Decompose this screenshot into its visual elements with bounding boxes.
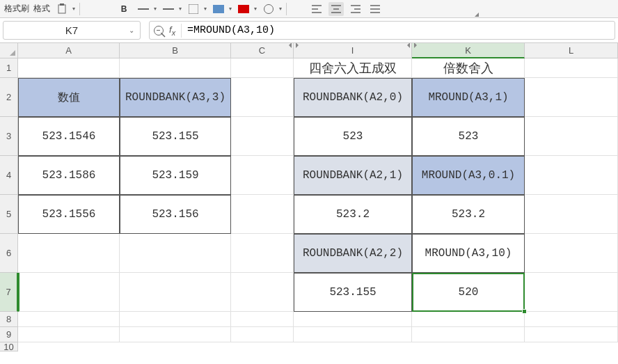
chevron-down-icon[interactable]: ▾	[179, 6, 182, 12]
cell-I5[interactable]: 523.2	[294, 195, 412, 234]
col-header-A[interactable]: A	[18, 43, 120, 58]
cell-K9[interactable]	[412, 327, 525, 342]
cell-A7[interactable]	[18, 273, 120, 312]
cell-K3[interactable]: 523	[412, 117, 525, 156]
row-header-4[interactable]: 4	[0, 156, 18, 195]
fill-color-icon[interactable]	[211, 2, 226, 16]
cell-I8[interactable]	[294, 312, 412, 327]
font-color-icon[interactable]	[236, 2, 251, 16]
cell-L3[interactable]	[525, 117, 618, 156]
selection-fill-handle[interactable]	[522, 309, 527, 314]
cell-K5[interactable]: 523.2	[412, 195, 525, 234]
select-all-corner[interactable]	[0, 43, 18, 58]
cell-C5[interactable]	[231, 195, 294, 234]
cell-K1[interactable]: 倍数舍入	[412, 58, 525, 78]
cell-L4[interactable]	[525, 156, 618, 195]
cell-I6[interactable]: ROUNDBANK(A2,2)	[294, 234, 412, 273]
col-header-K[interactable]: K	[412, 43, 525, 58]
cell-B1[interactable]	[120, 58, 231, 78]
align-justify-icon[interactable]	[367, 2, 383, 16]
fx-icon[interactable]: fx	[169, 24, 175, 37]
cell-I7[interactable]: 523.155	[294, 273, 412, 312]
cell-A4[interactable]: 523.1586	[18, 156, 120, 195]
chevron-down-icon[interactable]: ▾	[72, 6, 75, 12]
cell-L9[interactable]	[525, 327, 618, 342]
row-header-10[interactable]: 10	[0, 342, 18, 351]
align-right-icon[interactable]	[348, 2, 363, 16]
row-header-8[interactable]: 8	[0, 312, 18, 327]
cell-B6[interactable]	[120, 234, 231, 273]
chevron-down-icon[interactable]: ▾	[204, 6, 207, 12]
bold-icon[interactable]: B	[116, 2, 132, 16]
cell-B7[interactable]	[120, 273, 231, 312]
cell-K4[interactable]: MROUND(A3,0.1)	[412, 156, 525, 195]
expand-corner-icon[interactable]	[475, 13, 479, 17]
align-left-icon[interactable]	[309, 2, 324, 16]
cell-C7[interactable]	[231, 273, 294, 312]
cell-B5[interactable]: 523.156	[120, 195, 231, 234]
cell-C9[interactable]	[231, 327, 294, 342]
name-box[interactable]: K7 ⌄	[3, 21, 141, 40]
cell-A8[interactable]	[18, 312, 120, 327]
col-header-C[interactable]: C	[231, 43, 294, 58]
formula-bar[interactable]: fx =MROUND(A3,10)	[149, 21, 615, 40]
column-resize-handle-icon[interactable]	[289, 43, 299, 48]
zoom-out-icon[interactable]	[154, 26, 164, 35]
toolbar-label-2[interactable]: 格式	[33, 3, 50, 15]
cell-I1[interactable]: 四舍六入五成双	[294, 58, 412, 78]
line-icon[interactable]	[136, 2, 151, 16]
cell-I9[interactable]	[294, 327, 412, 342]
column-resize-handle-icon[interactable]	[407, 43, 417, 48]
cell-L1[interactable]	[525, 58, 618, 78]
line-icon-2[interactable]	[161, 2, 176, 16]
cell-L5[interactable]	[525, 195, 618, 234]
cell-L8[interactable]	[525, 312, 618, 327]
chevron-down-icon[interactable]: ▾	[154, 6, 157, 12]
cell-B8[interactable]	[120, 312, 231, 327]
cell-K2[interactable]: MROUND(A3,1)	[412, 78, 525, 117]
border-icon[interactable]	[186, 2, 201, 16]
formula-input[interactable]: =MROUND(A3,10)	[187, 24, 275, 36]
cell-I4[interactable]: ROUNDBANK(A2,1)	[294, 156, 412, 195]
cell-C2[interactable]	[231, 78, 294, 117]
chevron-down-icon[interactable]: ▾	[229, 6, 232, 12]
cell-A5[interactable]: 523.1556	[18, 195, 120, 234]
cell-L6[interactable]	[525, 234, 618, 273]
cell-A2[interactable]: 数值	[18, 78, 120, 117]
cell-C1[interactable]	[231, 58, 294, 78]
cell-C6[interactable]	[231, 234, 294, 273]
cell-B2[interactable]: ROUNDBANK(A3,3)	[120, 78, 231, 117]
col-header-I[interactable]: I	[294, 43, 412, 58]
cell-K8[interactable]	[412, 312, 525, 327]
cell-L7[interactable]	[525, 273, 618, 312]
row-header-9[interactable]: 9	[0, 327, 18, 342]
cell-A6[interactable]	[18, 234, 120, 273]
cell-B3[interactable]: 523.155	[120, 117, 231, 156]
row-header-7[interactable]: 7	[0, 273, 18, 312]
cell-A3[interactable]: 523.1546	[18, 117, 120, 156]
cell-I3[interactable]: 523	[294, 117, 412, 156]
cell-A1[interactable]	[18, 58, 120, 78]
cell-K7[interactable]: 520	[412, 273, 525, 312]
circle-icon[interactable]	[261, 2, 276, 16]
chevron-down-icon[interactable]: ▾	[279, 6, 282, 12]
col-header-B[interactable]: B	[120, 43, 231, 58]
row-header-1[interactable]: 1	[0, 58, 18, 78]
row-header-6[interactable]: 6	[0, 234, 18, 273]
row-header-2[interactable]: 2	[0, 78, 18, 117]
cell-C8[interactable]	[231, 312, 294, 327]
cell-K6[interactable]: MROUND(A3,10)	[412, 234, 525, 273]
cell-B9[interactable]	[120, 327, 231, 342]
toolbar-label-1[interactable]: 格式刷	[4, 3, 29, 15]
chevron-down-icon[interactable]: ⌄	[129, 26, 134, 34]
cell-B4[interactable]: 523.159	[120, 156, 231, 195]
chevron-down-icon[interactable]: ▾	[254, 6, 257, 12]
row-header-3[interactable]: 3	[0, 117, 18, 156]
cell-I2[interactable]: ROUNDBANK(A2,0)	[294, 78, 412, 117]
cell-L2[interactable]	[525, 78, 618, 117]
col-header-L[interactable]: L	[525, 43, 618, 58]
align-center-icon[interactable]	[328, 2, 344, 16]
cell-C4[interactable]	[231, 156, 294, 195]
row-header-5[interactable]: 5	[0, 195, 18, 234]
paste-icon[interactable]	[54, 2, 70, 16]
